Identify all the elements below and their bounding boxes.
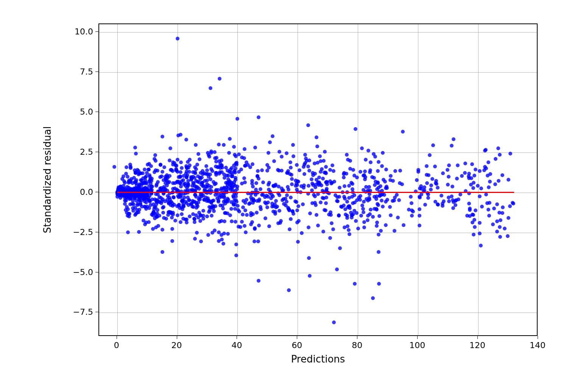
x-tick [297,336,297,339]
scatter-point [147,220,151,224]
scatter-point [307,184,310,188]
scatter-point [278,221,282,225]
scatter-point [235,187,239,191]
scatter-point [457,198,460,201]
scatter-point [289,166,293,170]
scatter-point [218,77,221,81]
scatter-point [458,193,462,196]
scatter-point [234,166,237,170]
scatter-point [336,199,340,203]
scatter-point [187,166,190,170]
scatter-point [493,182,497,186]
scatter-point [220,163,224,167]
scatter-point [209,185,213,189]
scatter-point [366,218,370,222]
scatter-point [409,195,413,199]
scatter-point [131,181,134,185]
scatter-point [396,216,400,219]
scatter-point [376,169,380,173]
scatter-point [450,144,454,148]
scatter-point [372,152,376,156]
scatter-point [334,193,337,197]
scatter-point [275,205,279,208]
scatter-point [250,220,254,224]
scatter-point [290,173,293,177]
scatter-point [198,219,202,223]
x-tick-label: 40 [231,341,242,350]
scatter-point [234,194,238,198]
scatter-point [292,154,295,158]
scatter-point [353,201,357,204]
scatter-point [168,146,172,150]
scatter-point [204,164,208,168]
scatter-point [337,213,341,217]
y-tick-label: −2.5 [73,227,93,236]
scatter-point [384,223,388,227]
scatter-point [359,170,362,174]
scatter-point [479,187,483,190]
scatter-point [364,158,368,162]
scatter-point [230,174,234,178]
scatter-point [368,168,372,172]
scatter-point [342,176,346,179]
scatter-point [380,164,384,168]
scatter-point [320,167,324,171]
scatter-point [180,166,184,170]
scatter-point [506,234,510,238]
scatter-point [173,219,177,222]
y-tick-label: 0.0 [80,187,93,196]
scatter-point [295,208,299,212]
scatter-point [376,203,380,207]
scatter-point [228,213,232,217]
scatter-point [369,160,373,164]
scatter-point [176,37,179,40]
scatter-point [296,240,300,244]
scatter-point [500,211,504,215]
scatter-point [447,199,451,203]
scatter-point [471,186,475,190]
scatter-point [161,135,164,138]
scatter-point [155,215,159,219]
scatter-point [245,213,249,217]
scatter-point [301,202,305,206]
scatter-point [324,201,328,205]
x-tick-label: 80 [352,341,362,350]
scatter-point [494,157,497,161]
scatter-point [210,199,214,203]
scatter-point [243,147,246,151]
scatter-point [295,221,299,224]
scatter-point [218,220,221,224]
scatter-point [328,236,332,240]
scatter-point [143,168,147,171]
y-tick-label: −7.5 [73,307,93,317]
scatter-point [281,188,285,192]
scatter-point [347,196,351,200]
scatter-point [304,157,308,160]
scatter-point [498,225,502,229]
scatter-point [132,187,136,190]
y-tick-label: 7.5 [80,67,93,76]
scatter-point [330,221,334,225]
scatter-point [367,185,371,189]
scatter-point [253,240,256,243]
scatter-point [446,168,449,172]
scatter-point [384,200,388,204]
scatter-point [347,228,351,232]
scatter-point [272,159,276,163]
scatter-point [159,163,162,167]
x-tick-label: 100 [409,341,425,350]
scatter-point [242,176,246,180]
scatter-point [295,200,298,204]
scatter-point [374,180,377,184]
plot-area [99,24,537,335]
scatter-point [503,227,507,230]
scatter-point [175,180,179,184]
scatter-point [185,218,189,221]
scatter-point [455,177,459,180]
scatter-point [319,159,323,163]
scatter-point [351,187,354,191]
y-tick-label: −5.0 [73,267,93,277]
scatter-point [188,215,192,218]
scatter-point [128,212,131,216]
scatter-point [324,171,328,175]
